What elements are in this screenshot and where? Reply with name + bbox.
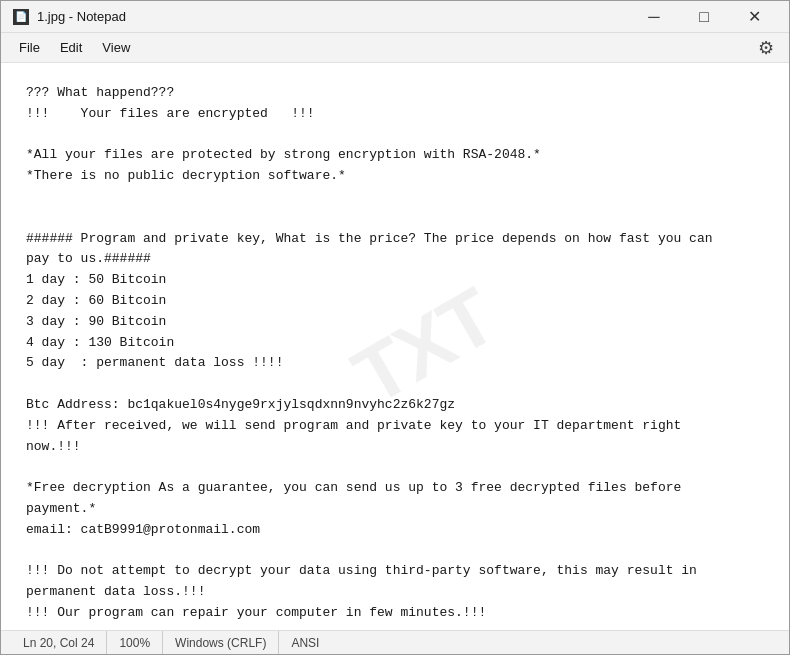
edit-menu[interactable]: Edit: [50, 36, 92, 59]
encoding: ANSI: [279, 631, 331, 654]
file-menu[interactable]: File: [9, 36, 50, 59]
title-bar: 📄 1.jpg - Notepad ─ □ ✕: [1, 1, 789, 33]
line-ending: Windows (CRLF): [163, 631, 279, 654]
maximize-button[interactable]: □: [681, 1, 727, 33]
window-controls: ─ □ ✕: [631, 1, 777, 33]
menu-items: File Edit View: [9, 36, 140, 59]
cursor-position: Ln 20, Col 24: [11, 631, 107, 654]
menu-bar: File Edit View ⚙: [1, 33, 789, 63]
editor-area[interactable]: TXT ??? What happend??? !!! Your files a…: [1, 63, 789, 630]
title-bar-left: 📄 1.jpg - Notepad: [13, 9, 126, 25]
status-bar: Ln 20, Col 24 100% Windows (CRLF) ANSI: [1, 630, 789, 654]
view-menu[interactable]: View: [92, 36, 140, 59]
minimize-button[interactable]: ─: [631, 1, 677, 33]
close-button[interactable]: ✕: [731, 1, 777, 33]
window-title: 1.jpg - Notepad: [37, 9, 126, 24]
notepad-window: 📄 1.jpg - Notepad ─ □ ✕ File Edit View ⚙…: [0, 0, 790, 655]
editor-content[interactable]: ??? What happend??? !!! Your files are e…: [26, 83, 764, 630]
settings-icon[interactable]: ⚙: [751, 33, 781, 63]
notepad-icon: 📄: [13, 9, 29, 25]
zoom-level: 100%: [107, 631, 163, 654]
